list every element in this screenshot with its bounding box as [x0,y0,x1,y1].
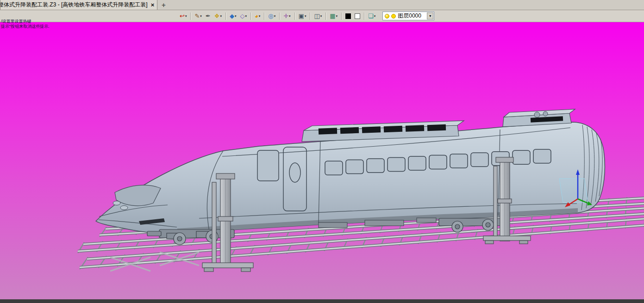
dropdown-arrow-icon[interactable]: ▾ [235,14,237,18]
toolbar-separator [294,12,295,20]
toolbar-separator [250,12,251,20]
toolbar-separator [264,12,264,20]
datum-plane [559,179,588,203]
view-toolbar: ↩▾✎▾✒❖▾◆▾◇▾◕▾◎▾✛▾▣▾◫▾▦▾❏▾ 图层0000 ▾ [0,10,644,22]
toolbar-separator [341,12,342,20]
shaded-display-icon[interactable]: ◆▾ [228,12,238,21]
pan-move-icon[interactable]: ✛▾ [282,12,292,21]
display-settings-icon: ▦ [330,13,335,19]
toolbar-separator [325,12,326,20]
dropdown-arrow-icon[interactable]: ▾ [289,14,291,18]
fit-window-icon: ▣ [299,13,304,19]
white-color-swatch[interactable] [353,12,362,21]
hint-line-2: 提示"按钮来取消这些提示. [1,24,50,29]
dropdown-arrow-icon[interactable]: ▾ [245,14,247,18]
split-view-icon[interactable]: ◫▾ [313,12,323,21]
color-wheel-icon[interactable]: ◕▾ [253,12,262,21]
palette-icon[interactable]: ❖▾ [213,12,223,21]
dropdown-arrow-icon[interactable]: ▾ [185,14,187,18]
toolbar-separator [310,12,310,20]
dropdown-arrow-icon[interactable]: ▾ [274,14,276,18]
dropdown-arrow-icon[interactable]: ▾ [200,14,202,18]
white-color-swatch [355,13,360,19]
toolbar-separator [279,12,280,20]
dropdown-arrow-icon[interactable]: ▾ [259,14,261,18]
black-color-swatch[interactable] [344,12,352,21]
eyedropper-icon[interactable]: ✎▾ [193,12,203,21]
paint-brush-icon[interactable]: ✒ [204,12,212,21]
bottom-edge-bar [0,299,644,303]
layer-dropdown-arrow-icon[interactable]: ▾ [427,12,433,19]
dropdown-arrow-icon[interactable]: ▾ [305,14,306,18]
paint-brush-icon: ✒ [206,13,211,19]
tab-title: 整体式升降装配工装.Z3 - [高铁地铁车厢整体式升降装配工装] [0,1,148,9]
new-tab-button[interactable]: + [157,0,169,10]
exit-icon: ↩ [180,13,185,19]
toolbar-separator [364,12,364,20]
wireframe-display-icon[interactable]: ◇▾ [238,12,248,21]
wireframe-display-icon: ◇ [240,13,244,19]
layer-name: 图层0000 [398,12,421,20]
toolbar-separator [225,12,226,20]
document-tab[interactable]: 整体式升降装配工装.Z3 - [高铁地铁车厢整体式升降装配工装] × [0,0,157,10]
dropdown-arrow-icon[interactable]: ▾ [374,14,376,18]
toolbar-icon-group: ↩▾✎▾✒❖▾◆▾◇▾◕▾◎▾✛▾▣▾◫▾▦▾❏▾ [178,12,377,21]
layers-icon: ❏ [368,13,374,19]
headlight [113,201,120,205]
palette-icon: ❖ [214,13,220,19]
layer-color-icon [391,14,396,19]
color-wheel-icon: ◕ [255,13,258,19]
dropdown-arrow-icon[interactable]: ▾ [320,14,322,18]
split-view-icon: ◫ [314,13,319,19]
hint-overlay: /设置里设置热键 提示"按钮来取消这些提示. [1,19,50,29]
tab-close-icon[interactable]: × [151,1,155,8]
display-settings-icon[interactable]: ▦▾ [328,12,339,21]
shaded-display-icon: ◆ [230,13,234,19]
zoom-icon: ◎ [268,13,273,19]
exit-icon[interactable]: ↩▾ [178,12,188,21]
pan-move-icon: ✛ [283,13,288,19]
zoom-icon[interactable]: ◎▾ [267,12,277,21]
layer-select[interactable]: 图层0000 ▾ [382,12,434,20]
hint-line-1: /设置里设置热键 [1,19,50,24]
cab-side-window [257,150,279,181]
dropdown-arrow-icon[interactable]: ▾ [220,14,222,18]
tab-bar: 整体式升降装配工装.Z3 - [高铁地铁车厢整体式升降装配工装] × + [0,0,644,10]
train-model[interactable] [96,109,605,245]
dropdown-arrow-icon[interactable]: ▾ [336,14,338,18]
fit-window-icon[interactable]: ▣▾ [297,12,308,21]
layers-icon[interactable]: ❏▾ [367,12,377,21]
viewport[interactable]: /设置里设置热键 提示"按钮来取消这些提示. [0,22,644,299]
toolbar-separator [190,12,191,20]
door-window [289,163,300,182]
model-canvas[interactable] [0,22,644,299]
eyedropper-icon: ✎ [194,13,200,19]
visibility-bulb-icon[interactable] [385,14,389,19]
headlight [120,206,128,210]
black-color-swatch [345,13,351,19]
